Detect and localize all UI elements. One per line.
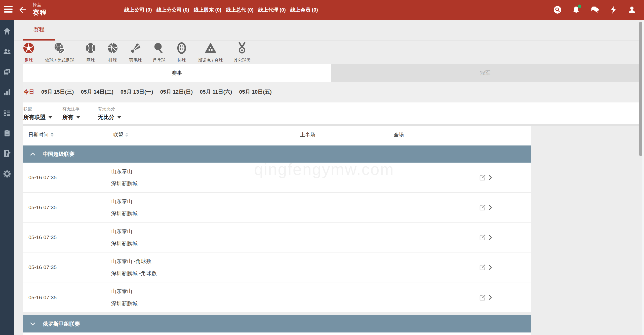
- sport-baseball[interactable]: 棒球: [171, 42, 193, 63]
- snooker-icon: [205, 42, 216, 55]
- hamburger-menu-icon[interactable]: [4, 6, 13, 14]
- chevron-right-icon[interactable]: [488, 235, 492, 240]
- nav-online-member[interactable]: 线上会员 (0): [290, 7, 318, 13]
- chevron-down-icon: [29, 321, 36, 326]
- sport-soccer[interactable]: 足球: [18, 42, 40, 63]
- home-icon[interactable]: [3, 27, 11, 35]
- settings-gear-icon[interactable]: [3, 170, 11, 178]
- date-filter-row: 今日 05月 15日(三) 05月 14日(二) 05月 13日(一) 05月 …: [23, 82, 639, 102]
- away-team: 深圳新鹏城: [111, 210, 138, 217]
- date-item[interactable]: 05月 10日(五): [239, 88, 272, 95]
- filter-label: 有无比分: [98, 106, 121, 112]
- left-sidebar: [0, 20, 14, 335]
- sport-label: 其它球类: [233, 57, 251, 63]
- column-header-first-half: 上半场: [300, 126, 315, 143]
- notifications-bell-icon[interactable]: [572, 6, 580, 14]
- match-row[interactable]: 05-16 07:35 山东泰山 深圳新鹏城: [23, 193, 531, 222]
- view-tabs: 赛事 冠军: [23, 64, 639, 82]
- date-item[interactable]: 05月 15日(三): [41, 88, 74, 95]
- scrollbar-thumb[interactable]: [639, 22, 642, 156]
- sport-label: 网球: [86, 57, 95, 63]
- account-icon[interactable]: [628, 6, 636, 14]
- medal-icon: [236, 42, 248, 55]
- sport-tennis[interactable]: 网球: [79, 42, 102, 63]
- edit-icon[interactable]: [479, 264, 486, 271]
- bar-chart-icon[interactable]: [3, 88, 11, 96]
- chevron-right-icon[interactable]: [488, 265, 492, 270]
- edit-icon[interactable]: [479, 234, 486, 241]
- match-time: 05-16 07:35: [28, 204, 57, 210]
- nav-online-branch[interactable]: 线上分公司 (0): [156, 7, 190, 13]
- soccer-icon: [23, 42, 34, 55]
- filters-row: 联盟 所有联盟 有无注单 所有 有无比分 无比分: [23, 102, 639, 124]
- clipboard-icon[interactable]: [3, 129, 11, 137]
- league-group-header[interactable]: 中国超级联赛: [23, 145, 531, 163]
- date-item[interactable]: 05月 11日(六): [200, 88, 232, 95]
- sport-table-tennis[interactable]: 乒乓球: [147, 42, 171, 63]
- away-team: 深圳新鹏城 -角球数: [111, 270, 157, 277]
- match-row[interactable]: 05-16 07:35 山东泰山 深圳新鹏城: [23, 163, 531, 193]
- edit-icon[interactable]: [479, 294, 486, 301]
- match-time: 05-16 07:35: [28, 234, 57, 240]
- league-group-header-collapsed[interactable]: 俄罗斯甲组联赛: [23, 315, 531, 332]
- basketball-football-icon: [54, 42, 65, 55]
- date-item[interactable]: 05月 12日(日): [160, 88, 193, 95]
- date-item[interactable]: 05月 14日(二): [81, 88, 114, 95]
- filter-value: 所有: [62, 114, 73, 121]
- column-header-league[interactable]: 联盟: [113, 126, 128, 143]
- app-root: 操盘 赛程 线上公司 (0) 线上分公司 (0) 线上股东 (0) 线上总代 (…: [0, 0, 644, 335]
- sport-badminton[interactable]: 羽毛球: [124, 42, 147, 63]
- ballot-list-icon[interactable]: [3, 109, 11, 117]
- column-header-datetime[interactable]: 日期时间: [28, 126, 54, 143]
- match-row[interactable]: 05-16 07:35 山东泰山 -角球数 深圳新鹏城 -角球数: [23, 252, 531, 282]
- match-time: 05-16 07:35: [28, 294, 57, 301]
- nav-online-master-agent[interactable]: 线上总代 (0): [225, 7, 254, 13]
- away-team: 深圳新鹏城: [111, 180, 138, 187]
- nav-online-agent[interactable]: 线上代理 (0): [258, 7, 286, 13]
- match-row[interactable]: 05-16 07:35 山东泰山 深圳新鹏城: [23, 222, 531, 252]
- tab-matches[interactable]: 赛事: [23, 64, 331, 82]
- volleyball-icon: [107, 42, 118, 55]
- league-group-name: 俄罗斯甲组联赛: [43, 320, 80, 327]
- back-arrow-icon[interactable]: [19, 6, 27, 14]
- sport-label: 羽毛球: [129, 57, 142, 63]
- documents-icon[interactable]: [3, 68, 11, 76]
- sport-volleyball[interactable]: 排球: [102, 42, 124, 63]
- home-team: 山东泰山: [111, 168, 132, 175]
- edit-icon[interactable]: [479, 174, 486, 181]
- chevron-right-icon[interactable]: [488, 295, 492, 300]
- lightning-icon[interactable]: [609, 6, 617, 14]
- chevron-right-icon[interactable]: [488, 175, 492, 180]
- chat-icon[interactable]: [591, 6, 599, 14]
- nav-online-company[interactable]: 线上公司 (0): [124, 7, 152, 13]
- home-team: 山东泰山 -角球数: [111, 258, 151, 265]
- baseball-icon: [176, 42, 187, 55]
- date-today[interactable]: 今日: [24, 88, 34, 95]
- sort-arrows-icon[interactable]: [125, 133, 128, 137]
- tab-schedule[interactable]: 赛程: [23, 20, 55, 41]
- chevron-right-icon[interactable]: [488, 205, 492, 210]
- nav-online-shareholder[interactable]: 线上股东 (0): [193, 7, 222, 13]
- league-filter-dropdown[interactable]: 联盟 所有联盟: [23, 106, 52, 121]
- users-icon[interactable]: [3, 48, 11, 56]
- match-time: 05-16 07:35: [28, 264, 57, 270]
- table-header-row: 日期时间 联盟 上半场 全场: [23, 126, 531, 143]
- page-title-block: 操盘 赛程: [33, 3, 47, 16]
- match-row[interactable]: 05-16 07:35 山东泰山 深圳新鹏城: [23, 282, 531, 312]
- date-item[interactable]: 05月 13日(一): [120, 88, 153, 95]
- search-icon[interactable]: [553, 6, 561, 14]
- sport-snooker[interactable]: 斯诺克 / 台球: [193, 42, 228, 63]
- sport-other[interactable]: 其它球类: [228, 42, 256, 63]
- has-score-filter-dropdown[interactable]: 有无比分 无比分: [98, 106, 121, 121]
- ledger-edit-icon[interactable]: [3, 150, 11, 158]
- tab-champion[interactable]: 冠军: [331, 64, 639, 82]
- sort-arrows-icon[interactable]: [51, 133, 54, 137]
- divider: [23, 124, 639, 126]
- away-team: 深圳新鹏城: [111, 240, 138, 247]
- edit-icon[interactable]: [479, 204, 486, 211]
- sport-basketball[interactable]: 篮球 / 美式足球: [40, 42, 79, 63]
- league-group-container: 俄罗斯甲组联赛: [23, 315, 531, 335]
- sport-label: 棒球: [177, 57, 186, 63]
- sport-label: 斯诺克 / 台球: [198, 57, 223, 63]
- has-bets-filter-dropdown[interactable]: 有无注单 所有: [62, 106, 80, 121]
